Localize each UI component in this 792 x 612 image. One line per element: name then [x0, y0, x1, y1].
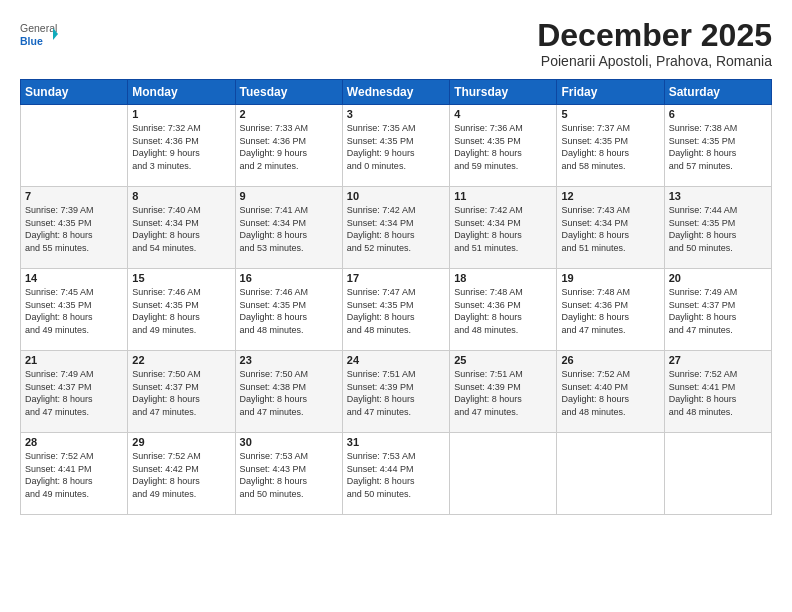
cell-content: Sunrise: 7:33 AM Sunset: 4:36 PM Dayligh… — [240, 122, 338, 172]
table-row: 28Sunrise: 7:52 AM Sunset: 4:41 PM Dayli… — [21, 433, 128, 515]
cell-content: Sunrise: 7:44 AM Sunset: 4:35 PM Dayligh… — [669, 204, 767, 254]
calendar-week-row: 28Sunrise: 7:52 AM Sunset: 4:41 PM Dayli… — [21, 433, 772, 515]
cell-content: Sunrise: 7:53 AM Sunset: 4:43 PM Dayligh… — [240, 450, 338, 500]
day-number: 12 — [561, 190, 659, 202]
day-number: 25 — [454, 354, 552, 366]
day-number: 21 — [25, 354, 123, 366]
cell-content: Sunrise: 7:36 AM Sunset: 4:35 PM Dayligh… — [454, 122, 552, 172]
table-row: 7Sunrise: 7:39 AM Sunset: 4:35 PM Daylig… — [21, 187, 128, 269]
day-number: 18 — [454, 272, 552, 284]
table-row: 2Sunrise: 7:33 AM Sunset: 4:36 PM Daylig… — [235, 105, 342, 187]
day-number: 7 — [25, 190, 123, 202]
cell-content: Sunrise: 7:38 AM Sunset: 4:35 PM Dayligh… — [669, 122, 767, 172]
calendar-table: Sunday Monday Tuesday Wednesday Thursday… — [20, 79, 772, 515]
table-row — [664, 433, 771, 515]
col-thursday: Thursday — [450, 80, 557, 105]
table-row — [557, 433, 664, 515]
day-number: 29 — [132, 436, 230, 448]
col-monday: Monday — [128, 80, 235, 105]
cell-content: Sunrise: 7:48 AM Sunset: 4:36 PM Dayligh… — [561, 286, 659, 336]
day-number: 9 — [240, 190, 338, 202]
table-row: 27Sunrise: 7:52 AM Sunset: 4:41 PM Dayli… — [664, 351, 771, 433]
day-number: 16 — [240, 272, 338, 284]
day-number: 5 — [561, 108, 659, 120]
table-row: 25Sunrise: 7:51 AM Sunset: 4:39 PM Dayli… — [450, 351, 557, 433]
cell-content: Sunrise: 7:49 AM Sunset: 4:37 PM Dayligh… — [669, 286, 767, 336]
day-number: 20 — [669, 272, 767, 284]
table-row: 3Sunrise: 7:35 AM Sunset: 4:35 PM Daylig… — [342, 105, 449, 187]
day-number: 15 — [132, 272, 230, 284]
table-row: 16Sunrise: 7:46 AM Sunset: 4:35 PM Dayli… — [235, 269, 342, 351]
day-number: 17 — [347, 272, 445, 284]
day-number: 28 — [25, 436, 123, 448]
table-row: 24Sunrise: 7:51 AM Sunset: 4:39 PM Dayli… — [342, 351, 449, 433]
cell-content: Sunrise: 7:52 AM Sunset: 4:40 PM Dayligh… — [561, 368, 659, 418]
table-row: 31Sunrise: 7:53 AM Sunset: 4:44 PM Dayli… — [342, 433, 449, 515]
day-number: 26 — [561, 354, 659, 366]
table-row: 15Sunrise: 7:46 AM Sunset: 4:35 PM Dayli… — [128, 269, 235, 351]
svg-text:Blue: Blue — [20, 35, 43, 47]
table-row: 21Sunrise: 7:49 AM Sunset: 4:37 PM Dayli… — [21, 351, 128, 433]
col-wednesday: Wednesday — [342, 80, 449, 105]
day-number: 4 — [454, 108, 552, 120]
calendar-week-row: 7Sunrise: 7:39 AM Sunset: 4:35 PM Daylig… — [21, 187, 772, 269]
header: General Blue December 2025 Poienarii Apo… — [20, 18, 772, 69]
cell-content: Sunrise: 7:52 AM Sunset: 4:41 PM Dayligh… — [25, 450, 123, 500]
day-number: 2 — [240, 108, 338, 120]
table-row — [450, 433, 557, 515]
table-row: 6Sunrise: 7:38 AM Sunset: 4:35 PM Daylig… — [664, 105, 771, 187]
cell-content: Sunrise: 7:43 AM Sunset: 4:34 PM Dayligh… — [561, 204, 659, 254]
day-number: 24 — [347, 354, 445, 366]
col-saturday: Saturday — [664, 80, 771, 105]
table-row: 29Sunrise: 7:52 AM Sunset: 4:42 PM Dayli… — [128, 433, 235, 515]
table-row: 14Sunrise: 7:45 AM Sunset: 4:35 PM Dayli… — [21, 269, 128, 351]
svg-text:General: General — [20, 22, 57, 34]
cell-content: Sunrise: 7:40 AM Sunset: 4:34 PM Dayligh… — [132, 204, 230, 254]
cell-content: Sunrise: 7:46 AM Sunset: 4:35 PM Dayligh… — [240, 286, 338, 336]
col-tuesday: Tuesday — [235, 80, 342, 105]
cell-content: Sunrise: 7:50 AM Sunset: 4:38 PM Dayligh… — [240, 368, 338, 418]
logo: General Blue — [20, 18, 58, 54]
cell-content: Sunrise: 7:39 AM Sunset: 4:35 PM Dayligh… — [25, 204, 123, 254]
day-number: 11 — [454, 190, 552, 202]
cell-content: Sunrise: 7:52 AM Sunset: 4:41 PM Dayligh… — [669, 368, 767, 418]
table-row: 4Sunrise: 7:36 AM Sunset: 4:35 PM Daylig… — [450, 105, 557, 187]
calendar-week-row: 21Sunrise: 7:49 AM Sunset: 4:37 PM Dayli… — [21, 351, 772, 433]
month-title: December 2025 — [537, 18, 772, 53]
cell-content: Sunrise: 7:47 AM Sunset: 4:35 PM Dayligh… — [347, 286, 445, 336]
table-row: 12Sunrise: 7:43 AM Sunset: 4:34 PM Dayli… — [557, 187, 664, 269]
cell-content: Sunrise: 7:46 AM Sunset: 4:35 PM Dayligh… — [132, 286, 230, 336]
table-row — [21, 105, 128, 187]
cell-content: Sunrise: 7:42 AM Sunset: 4:34 PM Dayligh… — [347, 204, 445, 254]
day-number: 6 — [669, 108, 767, 120]
day-number: 14 — [25, 272, 123, 284]
cell-content: Sunrise: 7:53 AM Sunset: 4:44 PM Dayligh… — [347, 450, 445, 500]
table-row: 5Sunrise: 7:37 AM Sunset: 4:35 PM Daylig… — [557, 105, 664, 187]
table-row: 8Sunrise: 7:40 AM Sunset: 4:34 PM Daylig… — [128, 187, 235, 269]
day-number: 3 — [347, 108, 445, 120]
day-number: 27 — [669, 354, 767, 366]
table-row: 13Sunrise: 7:44 AM Sunset: 4:35 PM Dayli… — [664, 187, 771, 269]
calendar-week-row: 1Sunrise: 7:32 AM Sunset: 4:36 PM Daylig… — [21, 105, 772, 187]
cell-content: Sunrise: 7:35 AM Sunset: 4:35 PM Dayligh… — [347, 122, 445, 172]
table-row: 1Sunrise: 7:32 AM Sunset: 4:36 PM Daylig… — [128, 105, 235, 187]
day-number: 10 — [347, 190, 445, 202]
table-row: 20Sunrise: 7:49 AM Sunset: 4:37 PM Dayli… — [664, 269, 771, 351]
col-sunday: Sunday — [21, 80, 128, 105]
cell-content: Sunrise: 7:51 AM Sunset: 4:39 PM Dayligh… — [347, 368, 445, 418]
cell-content: Sunrise: 7:48 AM Sunset: 4:36 PM Dayligh… — [454, 286, 552, 336]
cell-content: Sunrise: 7:42 AM Sunset: 4:34 PM Dayligh… — [454, 204, 552, 254]
cell-content: Sunrise: 7:37 AM Sunset: 4:35 PM Dayligh… — [561, 122, 659, 172]
calendar-week-row: 14Sunrise: 7:45 AM Sunset: 4:35 PM Dayli… — [21, 269, 772, 351]
day-number: 31 — [347, 436, 445, 448]
table-row: 26Sunrise: 7:52 AM Sunset: 4:40 PM Dayli… — [557, 351, 664, 433]
table-row: 19Sunrise: 7:48 AM Sunset: 4:36 PM Dayli… — [557, 269, 664, 351]
table-row: 23Sunrise: 7:50 AM Sunset: 4:38 PM Dayli… — [235, 351, 342, 433]
day-number: 22 — [132, 354, 230, 366]
table-row: 9Sunrise: 7:41 AM Sunset: 4:34 PM Daylig… — [235, 187, 342, 269]
day-number: 23 — [240, 354, 338, 366]
table-row: 22Sunrise: 7:50 AM Sunset: 4:37 PM Dayli… — [128, 351, 235, 433]
day-number: 13 — [669, 190, 767, 202]
day-number: 19 — [561, 272, 659, 284]
col-friday: Friday — [557, 80, 664, 105]
